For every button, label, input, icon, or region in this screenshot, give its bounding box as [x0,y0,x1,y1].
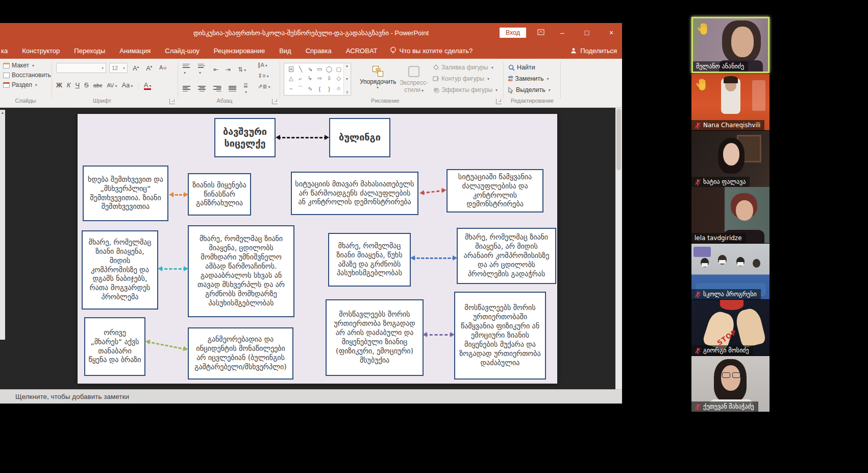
font-size-combo[interactable]: 12▾ [109,63,128,73]
font-name-combo[interactable]: ▾ [56,63,106,73]
shape-elbow-arrow-icon[interactable]: ↳ [308,75,312,82]
tab-design[interactable]: Конструктор [15,42,67,59]
line-spacing-button[interactable]: ⇅ [238,66,246,73]
shape-pentagon-icon[interactable]: ◇ [336,75,340,82]
diagram-box[interactable]: მხარე, რომელმაც ზიანი მიაყენა, წუხს ამაზ… [328,233,411,287]
ribbon-display-options-icon[interactable] [537,28,544,37]
shape-fill-button[interactable]: Заливка фигуры [433,64,498,71]
align-right-button[interactable] [213,85,221,92]
underline-button[interactable]: Ч [75,81,80,89]
slides-panel-edge[interactable]: ▲ [0,110,5,340]
text-direction-button[interactable]: ∥A [258,62,270,68]
diagram-header-box[interactable]: ბულინგი [329,118,390,157]
sign-in-button[interactable]: Вход [500,28,526,38]
tab-transitions[interactable]: Переходы [67,42,112,59]
shape-rounded-rectangle-icon[interactable]: ▢ [336,66,341,73]
shape-star-icon[interactable]: ☆ [336,85,341,92]
shape-right-arrow-icon[interactable]: ⇨ [317,75,322,82]
clear-formatting-button[interactable]: A [157,63,169,73]
diagram-box[interactable]: ზიანის მიყენება წინასწარ განზრახულია [188,173,251,216]
tell-me-box[interactable]: Что вы хотите сделать? [385,46,478,55]
bold-button[interactable]: Ж [56,81,62,89]
diagram-box[interactable]: მხარე, რომელმაც ზიანი მიაყენა, არ მიდის … [457,228,556,284]
diagram-box[interactable]: მხარე, რომელმაც ზიანი მიაყენა, ცდილობს მ… [188,225,294,317]
grow-font-button[interactable]: A▴ [131,64,141,73]
font-color-button[interactable]: A [144,82,152,90]
arrange-button[interactable]: Упорядочить ▾ [360,66,395,90]
vertical-scrollbar[interactable] [615,108,622,389]
character-spacing-button[interactable]: AV [107,82,117,88]
diagram-box[interactable]: ორივე „მხარეს“ აქვს თანაბარი წყენა და ბრ… [84,317,145,376]
participant-tile[interactable]: STOP გიორგი მოსიძე [691,300,770,356]
participant-tile[interactable]: lela tavdgiridze [691,187,770,243]
notes-pane[interactable]: Щелкните, чтобы добавить заметки [0,389,622,404]
shape-oval-icon[interactable]: ◯ [326,66,332,73]
shape-effects-button[interactable]: Эффекты фигуры [433,86,498,93]
maximize-button[interactable]: □ [580,29,593,37]
shape-elbow-connector-icon[interactable]: ⌐ [299,76,302,82]
shape-right-brace-icon[interactable]: } [328,86,330,92]
shape-left-brace-icon[interactable]: { [318,86,320,92]
slide-canvas[interactable]: ბავშვური სიცელქე ბულინგი ხდება შემთხვევი… [78,114,557,384]
shape-scribble-icon[interactable]: ~ [289,86,292,92]
justify-button[interactable] [229,85,237,92]
section-button[interactable]: Раздел [3,81,51,88]
shape-line-icon[interactable]: ╲ [299,66,303,73]
tab-help[interactable]: Справка [299,42,339,59]
shape-triangle-icon[interactable]: △ [289,75,293,82]
shapes-gallery[interactable]: A ╲ ⇘ ▭ ◯ ▢ △ ⌐ ↳ ⇨ ⇩ ◇ ~ ⌒ ∿ { } ☆ ▲▼⊽ [284,63,351,96]
diagram-box[interactable]: მოსწავლეებს შორის ურთიერთობაში წამყვანია… [454,292,546,380]
numbering-button[interactable] [198,63,206,76]
diagram-header-box[interactable]: ბავშვური სიცელქე [214,118,276,157]
participant-tile[interactable]: ქეთევან მახაჭაძე [691,356,770,412]
tab-acrobat[interactable]: ACROBAT [339,42,385,59]
diagram-box[interactable]: განმეორებადია და ინციდენტის მონაწილეები … [188,327,293,380]
strikethrough-button[interactable]: S [84,81,89,89]
change-case-button[interactable]: Aa [121,81,133,89]
tab-insert-partial[interactable]: ка [0,42,15,59]
shape-arrow-icon[interactable]: ⇘ [308,66,312,73]
shape-curve-icon[interactable]: ∿ [308,85,312,92]
layout-button[interactable]: Макет [3,62,51,69]
share-button[interactable]: Поделиться [570,47,617,55]
scrollbar-thumb[interactable] [616,109,621,170]
smartart-convert-button[interactable]: ⇗≣ [258,83,270,90]
diagram-box[interactable]: მოსწავლეებს შორის ურთიერთობა ზოგადად არ … [326,299,424,376]
shape-down-arrow-icon[interactable]: ⇩ [327,75,331,82]
bullets-button[interactable] [183,63,191,76]
shape-textbox-icon[interactable]: A [289,66,293,72]
shrink-font-button[interactable]: A▾ [144,64,154,73]
increase-indent-button[interactable]: ⇥ [226,66,231,73]
quick-styles-button[interactable]: Экспресс- стили [397,66,431,93]
abc-strikethrough-button[interactable]: abc [93,82,103,88]
participant-tile[interactable]: ხატია ფალავა [691,131,770,187]
participant-tile[interactable]: მელანო ანანიძე [691,17,770,73]
replace-button[interactable]: abacЗаменить [508,75,551,82]
align-center-button[interactable] [198,85,206,92]
tab-animations[interactable]: Анимация [112,42,158,59]
shapes-scrollbar[interactable]: ▲▼⊽ [343,64,350,94]
font-dialog-launcher-icon[interactable] [169,99,175,104]
select-button[interactable]: Выделить [508,86,551,93]
minimize-button[interactable]: – [556,29,569,37]
align-text-button[interactable]: ⇕≡ [258,73,270,79]
diagram-box[interactable]: მხარე, რომელმაც ზიანი მიაყენა, მიდის კომ… [82,230,158,310]
italic-button[interactable]: К [67,81,71,89]
close-button[interactable]: × [605,29,618,37]
shape-arc-icon[interactable]: ⌒ [297,85,303,92]
align-left-button[interactable] [183,85,191,92]
diagram-box[interactable]: ხდება შემთხვევით და „მსხვერპლიც“ შემთხვე… [83,165,168,221]
participant-tile[interactable]: Nana Chareqishvili [691,74,770,130]
find-button[interactable]: Найти [508,64,551,71]
reset-button[interactable]: Восстановить [3,72,51,79]
tab-slideshow[interactable]: Слайд-шоу [158,42,206,59]
columns-button[interactable] [244,82,252,95]
tab-view[interactable]: Вид [272,42,299,59]
shape-rectangle-icon[interactable]: ▭ [317,66,322,73]
paragraph-dialog-launcher-icon[interactable] [272,99,278,104]
diagram-box[interactable]: სიტუაციაში წამყვანია ძალაუფლებისა და კონ… [447,169,543,212]
decrease-indent-button[interactable]: ⇤ [213,66,218,73]
tab-review[interactable]: Рецензирование [207,42,272,59]
diagram-box[interactable]: სიტუაციის მთავარ მახასიათებელს არ წარმოა… [291,172,418,215]
drawing-dialog-launcher-icon[interactable] [496,99,502,104]
